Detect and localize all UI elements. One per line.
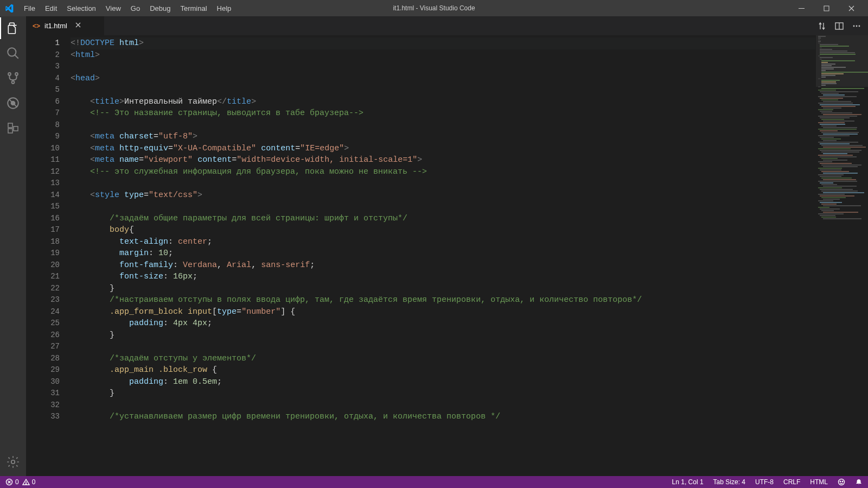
vscode-logo-icon [4, 3, 14, 13]
status-feedback-icon[interactable] [838, 478, 845, 486]
menu-terminal[interactable]: Terminal [176, 2, 211, 15]
status-language[interactable]: HTML [810, 478, 828, 486]
svg-point-26 [840, 481, 840, 481]
menu-help[interactable]: Help [213, 2, 236, 15]
svg-point-27 [842, 481, 843, 481]
main-area: <> it1.html 12345678910111213 [0, 16, 868, 476]
window-title: it1.html - Visual Studio Code [393, 4, 475, 12]
editor-group: <> it1.html 12345678910111213 [26, 16, 868, 476]
tab-label: it1.html [44, 22, 67, 30]
status-bar: 0 0 Ln 1, Col 1 Tab Size: 4 UTF-8 CRLF H… [0, 476, 868, 488]
svg-point-25 [839, 479, 845, 485]
line-number-gutter: 1234567891011121314151617181920212223242… [26, 35, 69, 476]
status-errors[interactable]: 0 [5, 478, 19, 486]
status-errors-count: 0 [15, 478, 19, 486]
minimize-button[interactable] [789, 0, 814, 16]
extensions-icon[interactable] [5, 121, 21, 136]
svg-rect-12 [8, 129, 12, 133]
compare-changes-icon[interactable] [817, 21, 827, 31]
tab-bar: <> it1.html [26, 16, 868, 35]
status-encoding[interactable]: UTF-8 [755, 478, 774, 486]
svg-point-5 [15, 73, 18, 75]
menu-go[interactable]: Go [126, 2, 144, 15]
svg-point-10 [11, 101, 16, 106]
debug-icon[interactable] [5, 96, 21, 111]
status-eol[interactable]: CRLF [783, 478, 800, 486]
explorer-icon[interactable] [5, 21, 21, 36]
source-control-icon[interactable] [5, 71, 21, 86]
editor-actions [817, 16, 868, 35]
minimap[interactable] [815, 35, 868, 476]
split-editor-icon[interactable] [834, 21, 844, 31]
menu-file[interactable]: File [20, 2, 40, 15]
svg-line-3 [15, 55, 18, 59]
svg-rect-13 [14, 126, 18, 131]
window-controls [789, 0, 864, 16]
search-icon[interactable] [5, 46, 21, 61]
activity-bar [0, 16, 26, 476]
svg-point-2 [8, 48, 16, 56]
html-file-icon: <> [33, 22, 40, 30]
tab-it1-html[interactable]: <> it1.html [26, 16, 105, 35]
maximize-button[interactable] [814, 0, 839, 16]
editor[interactable]: 1234567891011121314151617181920212223242… [26, 35, 868, 476]
status-warnings-count: 0 [32, 478, 36, 486]
settings-gear-icon[interactable] [5, 454, 21, 470]
svg-point-24 [25, 484, 26, 484]
status-notifications-icon[interactable] [855, 478, 863, 486]
tab-close-icon[interactable] [75, 22, 81, 30]
svg-point-19 [859, 25, 860, 27]
menu-selection[interactable]: Selection [62, 2, 100, 15]
menu-view[interactable]: View [101, 2, 125, 15]
status-tab-size[interactable]: Tab Size: 4 [713, 478, 745, 486]
svg-point-14 [11, 460, 15, 464]
close-button[interactable] [839, 0, 864, 16]
svg-point-17 [853, 25, 855, 27]
editor-wrap: 1234567891011121314151617181920212223242… [26, 35, 868, 476]
svg-point-6 [12, 81, 15, 84]
status-warnings[interactable]: 0 [22, 478, 36, 486]
status-cursor-position[interactable]: Ln 1, Col 1 [672, 478, 704, 486]
menu-bar: File Edit Selection View Go Debug Termin… [20, 2, 235, 15]
svg-point-4 [8, 73, 11, 75]
title-bar: File Edit Selection View Go Debug Termin… [0, 0, 868, 16]
svg-rect-0 [799, 8, 805, 9]
svg-point-18 [856, 25, 858, 27]
menu-edit[interactable]: Edit [41, 2, 61, 15]
svg-rect-1 [824, 6, 829, 11]
code-area[interactable]: <!DOCTYPE html><html> <head> <title>Инте… [69, 35, 815, 476]
menu-debug[interactable]: Debug [145, 2, 175, 15]
more-actions-icon[interactable] [852, 21, 861, 31]
svg-rect-11 [8, 123, 12, 128]
